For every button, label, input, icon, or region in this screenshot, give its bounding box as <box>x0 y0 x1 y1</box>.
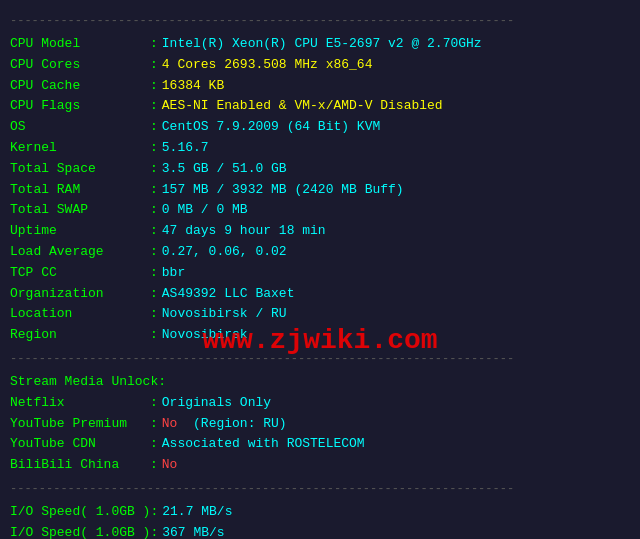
organization-value: AS49392 LLC Baxet <box>162 284 295 305</box>
divider-io: ----------------------------------------… <box>10 482 630 496</box>
cpu-cores-value: 4 Cores 2693.508 MHz x86_64 <box>162 55 373 76</box>
bilibili-value: No <box>162 455 178 476</box>
total-space-row: Total Space : 3.5 GB / 51.0 GB <box>10 159 630 180</box>
system-section: CPU Model : Intel(R) Xeon(R) CPU E5-2697… <box>10 34 630 346</box>
tcp-cc-label: TCP CC <box>10 263 150 284</box>
uptime-value: 47 days 9 hour 18 min <box>162 221 326 242</box>
netflix-label: Netflix <box>10 393 150 414</box>
io-speed-2-row: I/O Speed( 1.0GB ) : 367 MB/s <box>10 523 630 539</box>
load-average-row: Load Average : 0.27, 0.06, 0.02 <box>10 242 630 263</box>
kernel-label: Kernel <box>10 138 150 159</box>
tcp-cc-row: TCP CC : bbr <box>10 263 630 284</box>
region-label: Region <box>10 325 150 346</box>
uptime-label: Uptime <box>10 221 150 242</box>
cpu-cache-label: CPU Cache <box>10 76 150 97</box>
netflix-value: Originals Only <box>162 393 271 414</box>
cpu-model-value: Intel(R) Xeon(R) CPU E5-2697 v2 @ 2.70GH… <box>162 34 482 55</box>
os-value: CentOS 7.9.2009 (64 Bit) KVM <box>162 117 380 138</box>
io-section: I/O Speed( 1.0GB ) : 21.7 MB/s I/O Speed… <box>10 502 630 539</box>
total-space-value: 3.5 GB / 51.0 GB <box>162 159 287 180</box>
total-ram-label: Total RAM <box>10 180 150 201</box>
io-speed-1-row: I/O Speed( 1.0GB ) : 21.7 MB/s <box>10 502 630 523</box>
youtube-cdn-row: YouTube CDN : Associated with ROSTELECOM <box>10 434 630 455</box>
tcp-cc-value: bbr <box>162 263 185 284</box>
youtube-premium-row: YouTube Premium : No (Region: RU) <box>10 414 630 435</box>
io-speed-1-value: 21.7 MB/s <box>162 502 232 523</box>
location-row: Location : Novosibirsk / RU <box>10 304 630 325</box>
total-ram-row: Total RAM : 157 MB / 3932 MB (2420 MB Bu… <box>10 180 630 201</box>
total-ram-value: 157 MB / 3932 MB (2420 MB Buff) <box>162 180 404 201</box>
cpu-cores-row: CPU Cores : 4 Cores 2693.508 MHz x86_64 <box>10 55 630 76</box>
uptime-row: Uptime : 47 days 9 hour 18 min <box>10 221 630 242</box>
cpu-flags-label: CPU Flags <box>10 96 150 117</box>
cpu-model-label: CPU Model <box>10 34 150 55</box>
cpu-flags-value: AES-NI Enabled & VM-x/AMD-V Disabled <box>162 96 443 117</box>
youtube-premium-label: YouTube Premium <box>10 414 150 435</box>
location-label: Location <box>10 304 150 325</box>
kernel-value: 5.16.7 <box>162 138 209 159</box>
organization-row: Organization : AS49392 LLC Baxet <box>10 284 630 305</box>
divider-top: ----------------------------------------… <box>10 14 630 28</box>
total-space-label: Total Space <box>10 159 150 180</box>
total-swap-label: Total SWAP <box>10 200 150 221</box>
os-row: OS : CentOS 7.9.2009 (64 Bit) KVM <box>10 117 630 138</box>
youtube-cdn-label: YouTube CDN <box>10 434 150 455</box>
total-swap-value: 0 MB / 0 MB <box>162 200 248 221</box>
divider-media: ----------------------------------------… <box>10 352 630 366</box>
cpu-flags-row: CPU Flags : AES-NI Enabled & VM-x/AMD-V … <box>10 96 630 117</box>
load-average-label: Load Average <box>10 242 150 263</box>
cpu-model-row: CPU Model : Intel(R) Xeon(R) CPU E5-2697… <box>10 34 630 55</box>
os-label: OS <box>10 117 150 138</box>
bilibili-row: BiliBili China : No <box>10 455 630 476</box>
load-average-value: 0.27, 0.06, 0.02 <box>162 242 287 263</box>
region-value: Novosibirsk <box>162 325 248 346</box>
cpu-cores-label: CPU Cores <box>10 55 150 76</box>
bilibili-label: BiliBili China <box>10 455 150 476</box>
youtube-cdn-value: Associated with ROSTELECOM <box>162 434 365 455</box>
netflix-row: Netflix : Originals Only <box>10 393 630 414</box>
youtube-premium-value-region: (Region: RU) <box>177 414 286 435</box>
cpu-cache-value: 16384 KB <box>162 76 224 97</box>
media-section: Stream Media Unlock : Netflix : Original… <box>10 372 630 476</box>
region-row: Region : Novosibirsk <box>10 325 630 346</box>
io-speed-2-label: I/O Speed( 1.0GB ) <box>10 523 150 539</box>
total-swap-row: Total SWAP : 0 MB / 0 MB <box>10 200 630 221</box>
terminal-container: ----------------------------------------… <box>10 14 630 539</box>
stream-media-title: Stream Media Unlock <box>10 372 158 393</box>
youtube-premium-value-no: No <box>162 414 178 435</box>
location-value: Novosibirsk / RU <box>162 304 287 325</box>
stream-media-title-row: Stream Media Unlock : <box>10 372 630 393</box>
io-speed-2-value: 367 MB/s <box>162 523 224 539</box>
cpu-cache-row: CPU Cache : 16384 KB <box>10 76 630 97</box>
io-speed-1-label: I/O Speed( 1.0GB ) <box>10 502 150 523</box>
organization-label: Organization <box>10 284 150 305</box>
kernel-row: Kernel : 5.16.7 <box>10 138 630 159</box>
